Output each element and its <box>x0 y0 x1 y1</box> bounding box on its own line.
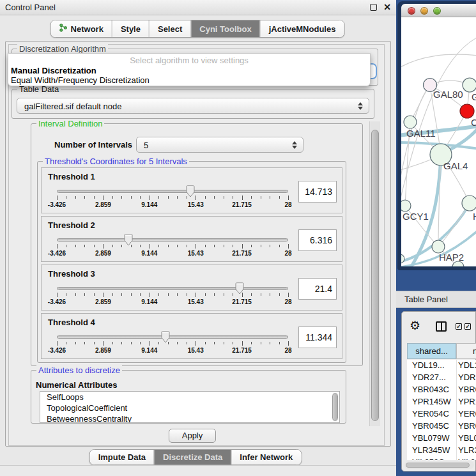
tick-mark <box>242 196 243 200</box>
network-node-ga[interactable] <box>463 78 476 92</box>
close-traffic-light[interactable] <box>408 7 415 15</box>
checkbox-none-icon[interactable]: ✓ <box>464 323 471 330</box>
threshold-value-box[interactable]: 11.344 <box>298 326 337 348</box>
table-row[interactable]: YIL052CYIL0 <box>407 457 476 460</box>
network-node-gal11[interactable] <box>404 116 417 128</box>
table-row[interactable]: YBL079WYBL0 <box>407 433 476 445</box>
tick-mark <box>140 293 141 296</box>
table-row[interactable]: YDR27...YDR2 <box>407 372 476 384</box>
discretization-algorithm-title: Discretization Algorithm <box>17 44 108 54</box>
tab-jactivemnodules[interactable]: jActiveMNodules <box>260 20 344 37</box>
list-scrollbar[interactable] <box>332 393 338 421</box>
tick-mark <box>196 341 196 346</box>
tick-mark <box>233 196 233 199</box>
tick-mark <box>196 293 196 297</box>
tick-mark <box>66 196 66 199</box>
minimize-traffic-light[interactable] <box>420 7 428 15</box>
float-window-icon[interactable] <box>370 4 377 11</box>
slider-thumb[interactable] <box>160 331 171 344</box>
tick-mark <box>251 196 252 199</box>
tick-mark <box>233 245 233 247</box>
slider-thumb[interactable] <box>123 234 134 247</box>
slider-track[interactable] <box>57 335 288 339</box>
tick-mark <box>261 342 261 344</box>
popup-option-equal-width[interactable]: Equal Width/Frequency Discretization <box>11 75 150 85</box>
tick-mark <box>288 341 289 346</box>
list-item[interactable]: BetweennessCentrality <box>40 413 339 423</box>
threshold-slider[interactable]: -3.4262.8599.14415.4321.71528 <box>57 282 288 309</box>
slider-thumb[interactable] <box>234 282 245 295</box>
list-item[interactable]: TopologicalCoefficient <box>40 403 339 413</box>
network-node-h[interactable] <box>462 196 476 211</box>
tick-mark <box>158 196 159 199</box>
threshold-value-box[interactable]: 14.713 <box>298 181 337 203</box>
slider-track[interactable] <box>57 287 288 290</box>
threshold-value-box[interactable]: 6.316 <box>298 229 337 251</box>
tick-mark <box>251 342 252 344</box>
threshold-slider[interactable]: -3.4262.8599.14415.4321.71528 <box>57 233 288 260</box>
tick-mark <box>251 245 252 247</box>
table-row[interactable]: YER054CYER0 <box>407 408 476 420</box>
tab-label: Discretize Data <box>163 452 222 462</box>
tick-label: 28 <box>284 201 291 208</box>
tab-discretize-data[interactable]: Discretize Data <box>154 450 231 464</box>
tab-label: Impute Data <box>98 452 146 462</box>
close-icon[interactable]: ✕ <box>383 2 391 12</box>
table-panel-window: ⚙ ✓ ✓ shared...na YDL19...YDL1YDR27...YD… <box>401 311 476 472</box>
number-of-intervals-combo[interactable]: 5 <box>136 137 303 153</box>
slider-thumb[interactable] <box>185 185 196 198</box>
tab-select[interactable]: Select <box>149 20 190 37</box>
cell-shared-name: YER054C <box>412 409 449 418</box>
popup-option-manual[interactable]: Manual Discretization <box>11 66 96 75</box>
number-of-intervals-value: 5 <box>144 140 148 150</box>
tick-mark <box>66 342 66 344</box>
network-node-gcy1[interactable] <box>401 200 411 211</box>
table-data-combo-value: galFiltered.sif default node <box>24 101 121 111</box>
table-data-combo[interactable]: galFiltered.sif default node <box>17 98 369 114</box>
panel-scrollbar[interactable] <box>369 121 380 426</box>
checkbox-all-icon[interactable]: ✓ <box>456 323 462 330</box>
table-hscrollbar[interactable] <box>404 461 474 469</box>
gear-icon[interactable]: ⚙ <box>410 319 420 332</box>
tab-cyni-toolbox[interactable]: Cyni Toolbox <box>190 20 259 37</box>
attributes-group-title: Attributes to discretize <box>36 365 122 375</box>
tab-impute-data[interactable]: Impute Data <box>90 450 154 464</box>
window-bottom-strip <box>0 465 396 476</box>
table-hscrollbar-thumb[interactable] <box>406 463 470 468</box>
threshold-slider[interactable]: -3.4262.8599.14415.4321.71528 <box>57 185 288 211</box>
tick-mark <box>75 342 76 344</box>
combo-stepper-icon <box>358 102 363 110</box>
tab-network[interactable]: Network <box>51 20 112 37</box>
tick-label: 21.715 <box>232 201 252 208</box>
table-body[interactable]: YDL19...YDL1YDR27...YDR2YBR043CYBR0YPR14… <box>407 360 476 460</box>
zoom-traffic-light[interactable] <box>433 7 441 15</box>
tab-infer-network[interactable]: Infer Network <box>231 450 301 464</box>
numerical-attributes-list[interactable]: SelfLoopsTopologicalCoefficientBetweenne… <box>40 391 340 423</box>
slider-track[interactable] <box>57 190 288 193</box>
tick-label: -3.426 <box>48 250 66 257</box>
column-header-2[interactable]: na <box>456 343 476 359</box>
columns-icon[interactable] <box>436 321 447 332</box>
network-node-c[interactable] <box>460 104 474 118</box>
tab-style[interactable]: Style <box>112 20 149 37</box>
network-view-canvas[interactable]: GAL80GACGAL11GAL4GCY1HHAP2 <box>401 17 476 266</box>
apply-button[interactable]: Apply <box>169 429 216 443</box>
tick-mark <box>270 245 270 247</box>
top-tab-bar: NetworkStyleSelectCyni ToolboxjActiveMNo… <box>50 20 345 38</box>
tick-mark <box>66 245 66 247</box>
list-item[interactable]: SelfLoops <box>40 392 339 403</box>
network-node[interactable] <box>401 254 404 263</box>
table-row[interactable]: YPR145WYPR1 <box>407 396 476 408</box>
table-row[interactable]: YLR345WYLR3 <box>407 445 476 457</box>
table-row[interactable]: YDL19...YDL1 <box>407 360 476 372</box>
column-header-1[interactable]: shared... <box>407 343 456 359</box>
threshold-slider[interactable]: -3.4262.8599.14415.4321.71528 <box>57 330 288 357</box>
table-row[interactable]: YBR043CYBR0 <box>407 384 476 396</box>
combo-stepper-icon <box>292 141 297 149</box>
slider-track[interactable] <box>57 238 288 242</box>
network-node-hap2[interactable] <box>432 240 445 253</box>
table-row[interactable]: YBR045CYBR0 <box>407 420 476 433</box>
threshold-value-box[interactable]: 21.4 <box>298 278 337 300</box>
tick-mark <box>214 342 215 344</box>
panel-scrollbar-thumb[interactable] <box>371 130 379 421</box>
